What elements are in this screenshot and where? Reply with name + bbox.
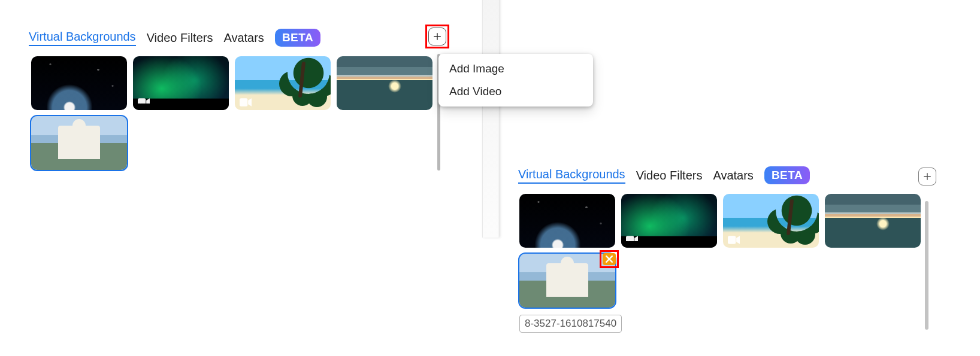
delete-background-highlight — [600, 250, 619, 268]
video-icon — [728, 236, 740, 244]
svg-rect-2 — [138, 98, 146, 106]
panel-add-menu: Virtual Backgrounds Video Filters Avatar… — [0, 0, 497, 239]
background-thumb-beach[interactable] — [723, 194, 819, 248]
tab-virtual-backgrounds[interactable]: Virtual Backgrounds — [29, 30, 136, 46]
tab-video-filters[interactable]: Video Filters — [147, 31, 213, 45]
svg-rect-6 — [626, 236, 634, 244]
add-background-button[interactable] — [428, 28, 446, 45]
add-background-button[interactable] — [918, 168, 936, 185]
background-thumb-earth[interactable] — [31, 56, 127, 110]
add-background-menu: Add Image Add Video — [438, 54, 593, 107]
plus-icon — [432, 31, 443, 42]
menu-item-add-image[interactable]: Add Image — [438, 57, 593, 80]
plus-icon — [922, 171, 933, 182]
video-icon — [138, 98, 150, 107]
tabs: Virtual Backgrounds Video Filters Avatar… — [518, 166, 810, 184]
background-thumb-sea[interactable] — [337, 56, 432, 110]
background-thumb-aurora[interactable] — [621, 194, 717, 248]
beta-badge: BETA — [275, 29, 320, 47]
video-icon — [626, 236, 638, 244]
video-icon — [240, 98, 252, 107]
close-icon — [606, 255, 613, 263]
svg-rect-7 — [728, 236, 736, 244]
background-thumb-beach[interactable] — [235, 56, 331, 110]
tab-avatars[interactable]: Avatars — [713, 169, 753, 182]
panel-edge — [482, 0, 499, 238]
background-thumb-sea[interactable] — [825, 194, 921, 248]
scrollbar[interactable] — [925, 201, 928, 330]
menu-item-add-video[interactable]: Add Video — [438, 80, 593, 103]
beta-badge: BETA — [764, 166, 810, 184]
tab-video-filters[interactable]: Video Filters — [636, 169, 703, 182]
background-thumb-earth[interactable] — [519, 194, 615, 248]
background-thumb-capitol[interactable] — [31, 116, 127, 170]
delete-background-button[interactable] — [603, 253, 616, 265]
background-filename-tooltip: 8-3527-1610817540 — [519, 315, 622, 333]
svg-rect-3 — [240, 98, 247, 106]
tab-avatars[interactable]: Avatars — [223, 31, 264, 45]
add-button-highlight — [425, 25, 449, 48]
tab-virtual-backgrounds[interactable]: Virtual Backgrounds — [518, 168, 625, 184]
background-thumb-aurora[interactable] — [133, 56, 229, 110]
background-thumbnails — [519, 194, 939, 308]
tabs: Virtual Backgrounds Video Filters Avatar… — [29, 29, 320, 47]
background-thumb-capitol[interactable] — [519, 254, 615, 308]
background-thumbnails — [31, 56, 438, 170]
